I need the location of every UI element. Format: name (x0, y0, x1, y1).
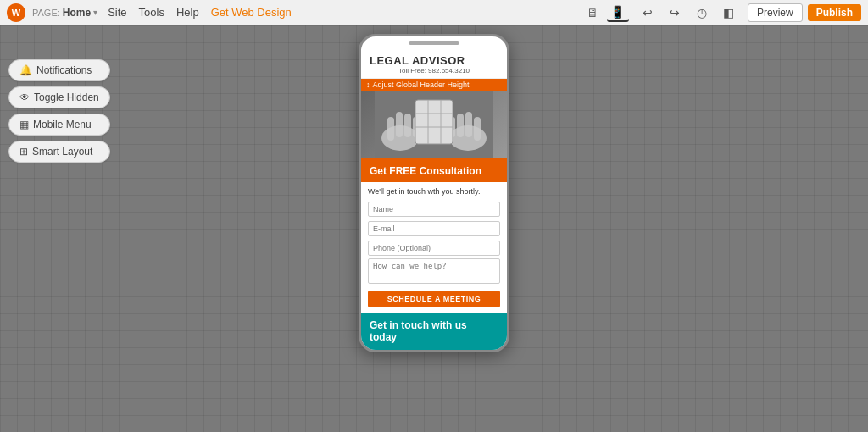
resize-icon: ↕ (366, 80, 370, 89)
svg-rect-2 (387, 117, 394, 141)
menu-icon: ▦ (19, 119, 29, 130)
toolbar-actions: ↩ ↪ ◷ ◧ (637, 3, 739, 23)
bell-icon: 🔔 (19, 64, 32, 76)
undo-button[interactable]: ↩ (637, 3, 658, 23)
publish-button[interactable]: Publish (808, 4, 861, 21)
page-selector[interactable]: PAGE: Home ▾ (32, 7, 97, 19)
mobile-frame: LEGAL ADVISOR Toll Free: 982.654.3210 ↕ … (359, 34, 509, 352)
schedule-button[interactable]: SCHEDULE A MEETING (368, 291, 500, 307)
phone-input[interactable] (368, 241, 500, 256)
consult-description: We'll get in touch wth you shortly. (368, 187, 500, 196)
svg-rect-11 (415, 100, 453, 144)
canvas: 🔔 Notifications 👁 Toggle Hidden ▦ Mobile… (0, 25, 868, 432)
left-panel: 🔔 Notifications 👁 Toggle Hidden ▦ Mobile… (8, 59, 110, 163)
site-logo: LEGAL ADVISOR (370, 54, 498, 67)
name-input[interactable] (368, 202, 500, 217)
phone-notch (409, 41, 459, 45)
nav-help[interactable]: Help (176, 6, 199, 19)
layers-button[interactable]: ◧ (719, 3, 739, 23)
desktop-view-button[interactable]: 🖥 (581, 3, 604, 22)
toolbar: W PAGE: Home ▾ Site Tools Help Get Web D… (0, 0, 868, 25)
svg-rect-9 (457, 114, 464, 137)
hero-svg (375, 91, 493, 158)
consultation-body: We'll get in touch wth you shortly. SCHE… (361, 182, 507, 313)
svg-rect-7 (474, 117, 481, 141)
toggle-hidden-button[interactable]: 👁 Toggle Hidden (8, 86, 110, 108)
email-input[interactable] (368, 221, 500, 236)
redo-button[interactable]: ↪ (665, 3, 685, 23)
eye-icon: 👁 (19, 91, 30, 103)
mobile-view-button[interactable]: 📱 (607, 3, 629, 22)
message-input[interactable] (368, 258, 500, 284)
get-in-touch-section: Get in touch with us today (361, 313, 507, 350)
toolbar-nav: Site Tools Help Get Web Design (108, 6, 292, 19)
consultation-title: Get FREE Consultation (370, 165, 498, 177)
site-phone: Toll Free: 982.654.3210 (370, 67, 498, 75)
notifications-button[interactable]: 🔔 Notifications (8, 59, 110, 81)
history-button[interactable]: ◷ (692, 3, 712, 23)
svg-rect-4 (404, 114, 411, 137)
layout-icon: ⊞ (19, 146, 28, 158)
site-header: LEGAL ADVISOR Toll Free: 982.654.3210 (361, 49, 507, 79)
svg-rect-3 (396, 112, 403, 137)
svg-rect-8 (465, 112, 472, 137)
device-switcher: 🖥 📱 (581, 3, 629, 22)
get-in-touch-line1: Get in touch with us (370, 319, 498, 331)
site-hero (361, 91, 507, 158)
nav-get-web-design[interactable]: Get Web Design (211, 6, 292, 19)
header-adjust-bar[interactable]: ↕ Adjust Global Header Height (361, 79, 507, 91)
nav-site[interactable]: Site (108, 6, 126, 19)
toolbar-right: Preview Publish (748, 3, 861, 22)
page-name: Home (63, 7, 91, 19)
chevron-down-icon: ▾ (93, 8, 97, 17)
get-in-touch-line2: today (370, 331, 498, 343)
preview-button[interactable]: Preview (748, 3, 803, 22)
smart-layout-button[interactable]: ⊞ Smart Layout (8, 141, 110, 163)
app-logo: W (7, 3, 25, 22)
page-label: PAGE: (32, 8, 60, 18)
consultation-section: Get FREE Consultation (361, 158, 507, 182)
nav-tools[interactable]: Tools (139, 6, 164, 19)
hero-image (361, 91, 507, 158)
mobile-menu-button[interactable]: ▦ Mobile Menu (8, 114, 110, 136)
